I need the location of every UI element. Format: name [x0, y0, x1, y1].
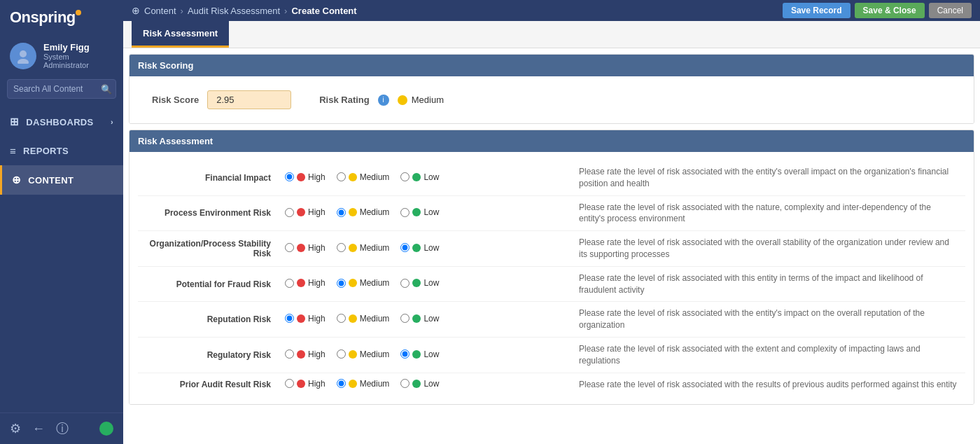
- tab-risk-assessment[interactable]: Risk Assessment: [132, 21, 229, 48]
- logo-text: Onspring: [10, 8, 81, 27]
- risk-score-group: Risk Score 2.95: [152, 90, 291, 109]
- save-close-button[interactable]: Save & Close: [855, 3, 925, 18]
- risk-scoring-row: Risk Score 2.95 Risk Rating i Medium: [138, 85, 965, 115]
- description-cell: Please rate the level of risk associated…: [572, 160, 965, 195]
- risk-table: Financial ImpactHighMediumLowPlease rate…: [138, 160, 965, 396]
- description-cell: Please rate the level of risk associated…: [572, 337, 965, 373]
- radio-low[interactable]: [400, 314, 410, 323]
- option-low: Low: [400, 278, 439, 288]
- sidebar-item-reports[interactable]: ≡ REPORTS: [0, 137, 123, 165]
- option-high: High: [285, 278, 326, 288]
- breadcrumb-separator: ›: [181, 6, 183, 16]
- radio-medium[interactable]: [337, 172, 346, 181]
- svg-point-1: [18, 59, 29, 64]
- radio-high[interactable]: [285, 172, 294, 181]
- table-row: Potential for Fraud RiskHighMediumLowPle…: [138, 266, 965, 302]
- low-label: Low: [424, 349, 439, 359]
- medium-label: Medium: [360, 349, 390, 359]
- radio-medium[interactable]: [337, 314, 346, 323]
- radio-high[interactable]: [285, 243, 294, 252]
- sidebar-item-content[interactable]: ⊕ CONTENT: [0, 165, 123, 195]
- radio-low[interactable]: [400, 172, 410, 181]
- radio-medium[interactable]: [337, 279, 346, 288]
- radio-low[interactable]: [400, 379, 410, 388]
- option-medium: Medium: [337, 243, 390, 253]
- medium-dot: [349, 350, 357, 359]
- radio-medium[interactable]: [337, 208, 346, 217]
- low-dot: [412, 173, 421, 181]
- row-label: Reputation Risk: [138, 302, 278, 338]
- table-row: Financial ImpactHighMediumLowPlease rate…: [138, 160, 965, 195]
- cancel-button[interactable]: Cancel: [929, 3, 972, 18]
- risk-scoring-body: Risk Score 2.95 Risk Rating i Medium: [130, 76, 974, 123]
- risk-score-label: Risk Score: [152, 95, 199, 105]
- breadcrumb-current: Create Content: [291, 6, 356, 16]
- option-low: Low: [400, 172, 439, 182]
- high-label: High: [308, 243, 326, 253]
- option-high: High: [285, 172, 326, 182]
- options-cell: HighMediumLow: [278, 195, 572, 231]
- radio-medium[interactable]: [337, 379, 346, 388]
- svg-point-0: [20, 50, 27, 57]
- low-dot: [412, 244, 421, 252]
- option-high: High: [285, 379, 326, 389]
- description-cell: Please rate the level of risk associated…: [572, 373, 965, 396]
- help-icon[interactable]: ⓘ: [56, 420, 69, 437]
- option-medium: Medium: [337, 278, 390, 288]
- option-low: Low: [400, 243, 439, 253]
- dashboards-icon: ⊞: [10, 116, 19, 128]
- radio-low[interactable]: [400, 243, 410, 252]
- user-role: System Administrator: [43, 53, 113, 69]
- high-label: High: [308, 172, 326, 182]
- search-bar[interactable]: 🔍: [7, 79, 116, 99]
- radio-high[interactable]: [285, 379, 294, 388]
- description-cell: Please rate the level of risk associated…: [572, 266, 965, 302]
- medium-dot: [349, 244, 357, 252]
- high-dot: [297, 208, 305, 216]
- breadcrumb: ⊕ Content › Audit Risk Assessment › Crea…: [132, 5, 357, 16]
- radio-low[interactable]: [400, 208, 410, 217]
- option-high: High: [285, 314, 326, 324]
- back-icon[interactable]: ←: [32, 422, 45, 436]
- sidebar-nav: ⊞ DASHBOARDS › ≡ REPORTS ⊕ CONTENT: [0, 107, 123, 412]
- medium-dot: [349, 173, 357, 181]
- radio-low[interactable]: [400, 349, 410, 359]
- risk-assessment-section: Risk Assessment Financial ImpactHighMedi…: [129, 130, 974, 405]
- option-low: Low: [400, 207, 439, 217]
- sidebar-item-dashboards[interactable]: ⊞ DASHBOARDS ›: [0, 107, 123, 137]
- low-label: Low: [424, 379, 439, 389]
- radio-high[interactable]: [285, 279, 294, 288]
- high-dot: [297, 244, 305, 252]
- row-label: Process Environment Risk: [138, 195, 278, 231]
- avatar: [10, 43, 36, 69]
- low-label: Low: [424, 172, 439, 182]
- radio-medium[interactable]: [337, 349, 346, 359]
- description-cell: Please rate the level of risk associated…: [572, 195, 965, 231]
- save-record-button[interactable]: Save Record: [783, 3, 850, 18]
- radio-medium[interactable]: [337, 243, 346, 252]
- high-label: High: [308, 379, 326, 389]
- high-label: High: [308, 278, 326, 288]
- high-label: High: [308, 349, 326, 359]
- status-indicator: [99, 422, 113, 436]
- row-label: Regulatory Risk: [138, 337, 278, 373]
- row-label: Prior Audit Result Risk: [138, 373, 278, 396]
- risk-scoring-section: Risk Scoring Risk Score 2.95 Risk Rating…: [129, 54, 974, 124]
- radio-low[interactable]: [400, 279, 410, 288]
- search-input[interactable]: [7, 79, 116, 99]
- high-dot: [297, 350, 305, 359]
- description-cell: Please rate the level of risk associated…: [572, 231, 965, 267]
- low-dot: [412, 314, 421, 323]
- high-label: High: [308, 207, 326, 217]
- settings-icon[interactable]: ⚙: [10, 421, 21, 436]
- row-label: Organization/Process Stability Risk: [138, 231, 278, 267]
- info-icon[interactable]: i: [378, 95, 389, 106]
- radio-high[interactable]: [285, 349, 294, 359]
- low-label: Low: [424, 314, 439, 324]
- low-label: Low: [424, 243, 439, 253]
- main-content: ⊕ Content › Audit Risk Assessment › Crea…: [123, 0, 980, 444]
- radio-high[interactable]: [285, 208, 294, 217]
- radio-high[interactable]: [285, 314, 294, 323]
- row-label: Financial Impact: [138, 160, 278, 195]
- breadcrumb-separator-2: ›: [284, 6, 287, 16]
